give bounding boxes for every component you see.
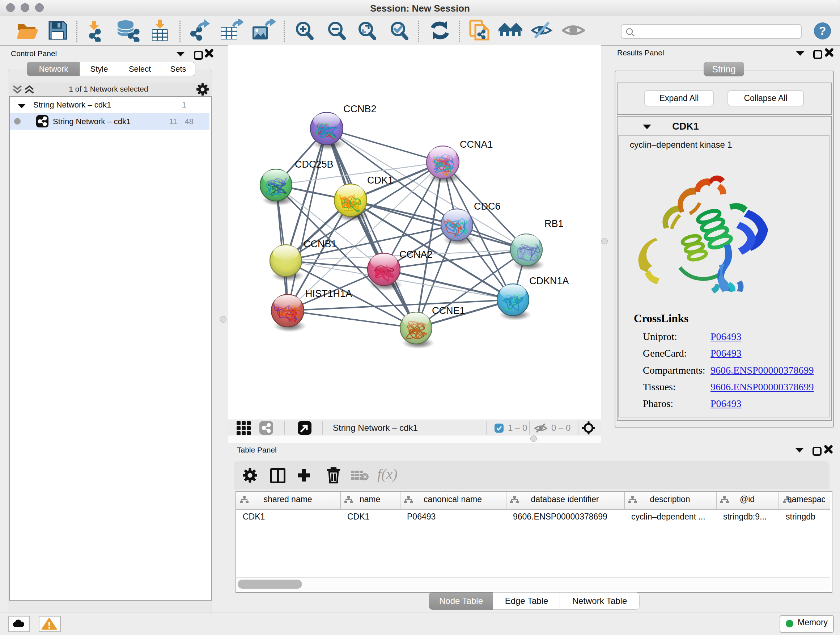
svg-text:CDC6: CDC6 <box>474 201 501 212</box>
svg-text:CCNE1: CCNE1 <box>432 305 465 316</box>
svg-text:CDKN1A: CDKN1A <box>529 276 569 287</box>
svg-text:CCNA1: CCNA1 <box>460 139 493 150</box>
svg-text:RB1: RB1 <box>545 218 564 229</box>
svg-text:HIST1H1A: HIST1H1A <box>305 288 352 299</box>
svg-text:CCNB1: CCNB1 <box>303 239 337 249</box>
svg-text:CDC25B: CDC25B <box>295 159 333 170</box>
svg-text:CCNB2: CCNB2 <box>343 103 377 114</box>
svg-text:CDK1: CDK1 <box>367 175 393 186</box>
svg-text:CCNA2: CCNA2 <box>399 249 433 260</box>
